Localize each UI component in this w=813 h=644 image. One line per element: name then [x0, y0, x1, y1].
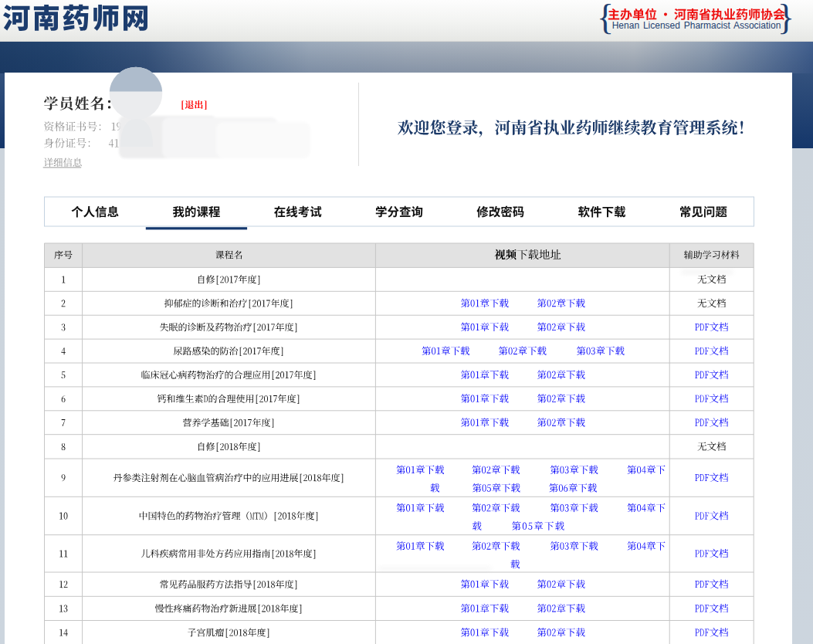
svg-text:{: {: [597, 0, 614, 37]
svg-text:Henan Licensed Pharmacist Asso: Henan Licensed Pharmacist Association: [612, 20, 781, 31]
svg-text:}: }: [777, 0, 794, 37]
